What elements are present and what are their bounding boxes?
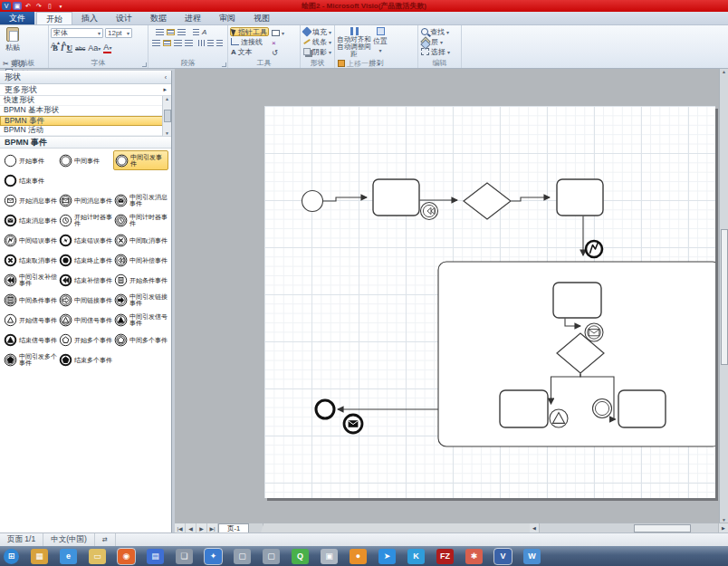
scroll-up-icon[interactable]: ▲	[722, 69, 726, 74]
stencil-shape[interactable]: 中间补偿事件	[113, 250, 168, 270]
taskbar-icon-internet-explorer[interactable]: e	[60, 549, 77, 564]
taskbar-icon-window-app[interactable]: ❏	[176, 549, 193, 564]
intermediate-message-event[interactable]	[585, 323, 603, 341]
taskbar-icon-filezilla[interactable]: FZ	[436, 549, 454, 564]
end-message-event[interactable]	[344, 415, 362, 433]
stencil-4[interactable]: BPMN 活动	[0, 126, 171, 136]
fill-button[interactable]: 填充▾	[302, 27, 332, 36]
stencil-shape[interactable]: 中间计时器事件	[113, 210, 168, 230]
connector-button[interactable]: 连接线	[230, 37, 269, 46]
tab-insert[interactable]: 插入	[72, 12, 107, 24]
sequence-flow[interactable]	[323, 197, 368, 201]
select-button[interactable]: 选择▾	[420, 47, 459, 56]
stencil-shape[interactable]: 中间消息事件	[58, 190, 113, 210]
align-right-icon[interactable]	[174, 40, 182, 46]
collapse-panel-icon[interactable]: ‹	[165, 74, 167, 81]
stencil-shape[interactable]: 中间引发消息事件	[113, 190, 168, 210]
stencil-shape[interactable]: 开始多个事件	[58, 330, 113, 350]
drawing-page[interactable]	[264, 106, 715, 498]
bullets-icon[interactable]	[193, 29, 199, 35]
tab-process[interactable]: 进程	[176, 12, 210, 24]
intermediate-event[interactable]	[593, 399, 612, 418]
taskbar-icon-orange-app[interactable]: ●	[350, 549, 367, 564]
text-direction-icon[interactable]: A	[202, 28, 206, 36]
taskbar-icon-app-grid[interactable]: ▦	[31, 549, 48, 564]
scroll-thumb[interactable]	[164, 110, 171, 122]
taskbar-icon-media-player[interactable]: ▤	[147, 549, 164, 564]
stencil-shape[interactable]: 中间引发链接事件	[113, 290, 168, 310]
stencil-shape[interactable]: 中间引发多个事件	[3, 350, 58, 369]
font-size-select[interactable]: 12pt▾	[105, 28, 132, 38]
columns-icon[interactable]	[198, 40, 205, 46]
tab-view[interactable]: 视图	[244, 12, 279, 24]
align-top-icon[interactable]	[156, 29, 164, 35]
status-language[interactable]: 中文(中国)	[43, 533, 95, 546]
scroll-right-icon[interactable]: ▶	[718, 523, 728, 532]
stencil-shape[interactable]: 开始条件事件	[113, 270, 168, 290]
stencil-shape[interactable]: 结束取消事件	[3, 250, 58, 270]
taskbar-icon-k-app[interactable]: K	[407, 549, 425, 564]
taskbar-icon-knot-app[interactable]: ✦	[205, 549, 222, 564]
task-5[interactable]	[618, 390, 666, 427]
stencil-shape[interactable]: 结束消息事件	[3, 210, 58, 230]
taskbar-icon-monitor-app[interactable]: ▣	[321, 549, 338, 564]
rotate-tool-button[interactable]: ↺	[271, 48, 285, 57]
stencil-shape[interactable]: 中间事件	[58, 150, 113, 170]
shadow-button[interactable]: 阴影▾	[302, 47, 332, 56]
end-event[interactable]	[316, 400, 334, 418]
scroll-thumb[interactable]	[721, 229, 728, 365]
rectangle-tool-button[interactable]: ▾	[271, 28, 285, 37]
tab-review[interactable]: 审阅	[210, 12, 244, 24]
pointer-tool-button[interactable]: 指针工具	[230, 27, 269, 36]
insert-page-tab[interactable]	[249, 523, 263, 532]
stencil-shape[interactable]: 结束信号事件	[3, 330, 58, 350]
taskbar-icon-ghost-app-1[interactable]: ▢	[234, 549, 251, 564]
layers-button[interactable]: 层▾	[420, 37, 459, 46]
font-family-select[interactable]: 宋体▾	[51, 28, 103, 38]
scroll-down-icon[interactable]: ▼	[165, 130, 169, 136]
line-button[interactable]: 线条▾	[302, 37, 332, 46]
stencil-shape[interactable]: 中间错误事件	[3, 230, 58, 250]
boundary-compensation-event[interactable]	[421, 203, 438, 220]
find-button[interactable]: 查找▾	[420, 27, 459, 36]
tab-design[interactable]: 设计	[107, 12, 141, 24]
start-event[interactable]	[302, 191, 323, 212]
vertical-scrollbar[interactable]: ▲ ▼	[719, 69, 728, 523]
tab-home[interactable]: 开始	[36, 12, 72, 24]
task-3[interactable]	[553, 283, 601, 318]
stencil-shape[interactable]: 中间链接事件	[58, 290, 113, 310]
auto-align-button[interactable]: 自动对齐和自动调整间距	[337, 27, 371, 58]
gateway-1[interactable]	[464, 183, 511, 219]
drawing-canvas[interactable]: ▲ ▼ |◀ ◀ ▶ ▶| 页-1 ◀ ▶	[175, 69, 728, 532]
stencil-shape[interactable]: 中间条件事件	[3, 290, 58, 310]
stencil-2[interactable]: BPMN 基本形状	[0, 106, 171, 116]
stencil-shape[interactable]: 结束错误事件	[58, 230, 113, 250]
status-page-indicator[interactable]: 页面 1/1	[0, 533, 43, 546]
stencil-shape[interactable]: 中间引发信号事件	[113, 310, 168, 330]
text-button[interactable]: A文本	[230, 47, 269, 56]
taskbar-icon-ghost-app-2[interactable]: ▢	[263, 549, 280, 564]
connection-point-button[interactable]: ×	[271, 38, 285, 47]
paste-button[interactable]: 粘贴	[2, 27, 24, 58]
page-tab[interactable]: 页-1	[218, 523, 249, 532]
stencil-shape[interactable]: 中间引发事件	[113, 150, 168, 170]
taskbar-icon-thunder[interactable]: ➤	[378, 549, 396, 564]
align-middle-icon[interactable]	[167, 29, 175, 35]
underline-button[interactable]: U	[67, 43, 73, 53]
last-page-button[interactable]: ▶|	[207, 523, 218, 532]
task-4[interactable]	[500, 390, 548, 427]
prev-page-button[interactable]: ◀	[186, 523, 196, 532]
taskbar-icon-start-button[interactable]: ⊞	[4, 549, 19, 564]
stencil-shape[interactable]: 开始事件	[3, 150, 58, 170]
stencil-shape[interactable]: 结束多个事件	[58, 350, 113, 369]
bold-button[interactable]: B	[53, 43, 58, 53]
stencil-shape[interactable]: 中间取消事件	[113, 230, 168, 250]
taskbar-icon-word-app[interactable]: W	[523, 549, 541, 564]
stencil-scrollbar[interactable]: ▲ ▼	[162, 96, 171, 136]
change-case-button[interactable]: Aa▾	[88, 43, 101, 53]
align-bottom-icon[interactable]	[177, 29, 186, 35]
taskbar-icon-visio[interactable]: V	[494, 549, 512, 564]
italic-button[interactable]: I	[61, 43, 64, 53]
tab-data[interactable]: 数据	[141, 12, 176, 24]
scroll-up-icon[interactable]: ▲	[165, 96, 169, 101]
